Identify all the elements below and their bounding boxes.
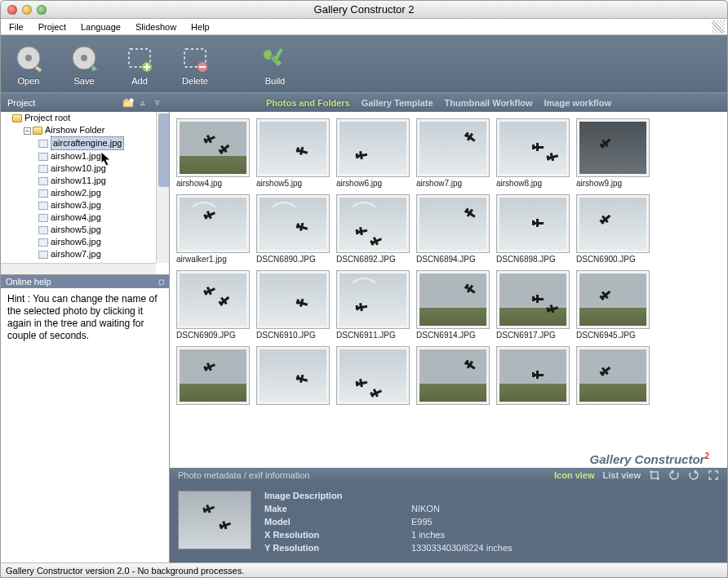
thumbnail-item[interactable]: airshow5.jpg [256, 118, 330, 188]
expand-down-icon[interactable]: ▿ [152, 98, 163, 108]
open-icon [12, 43, 45, 76]
thumbnail-item[interactable] [496, 346, 570, 407]
fullscreen-icon[interactable] [708, 469, 719, 481]
thumbnail-item[interactable] [176, 346, 250, 407]
tree-folder[interactable]: Airshow Folder [45, 125, 104, 135]
window-controls [1, 5, 47, 15]
tree-item[interactable]: airshow3.jpg [35, 199, 156, 211]
tree-item[interactable]: airshow11.jpg [35, 175, 156, 187]
close-window-button[interactable] [7, 5, 17, 15]
thumbnail-item[interactable]: DSCN6911.JPG [336, 270, 410, 340]
delete-button[interactable]: Delete [179, 43, 211, 86]
delete-icon [179, 43, 211, 76]
metadata-key: X Resolution [264, 530, 411, 541]
tree-item[interactable]: airshow4.jpg [35, 211, 156, 224]
build-button[interactable]: Build [259, 43, 291, 86]
tree-item-label: airshow2.jpg [51, 188, 101, 198]
brand-label: Gallery Constructor2 [170, 451, 727, 468]
thumbnail-item[interactable] [416, 346, 490, 407]
thumbnail-item[interactable]: airshow6.jpg [336, 118, 410, 188]
svg-point-1 [25, 55, 32, 61]
image-icon [38, 153, 48, 161]
crop-icon[interactable] [649, 469, 660, 481]
tree-item-label: airshow10.jpg [51, 163, 106, 173]
tree-item[interactable]: airshow6.jpg [35, 236, 156, 248]
save-button[interactable]: Save [68, 43, 100, 86]
image-icon [38, 238, 48, 247]
save-icon [68, 43, 100, 76]
tree-item[interactable]: airshow5.jpg [35, 224, 156, 236]
thumbnail-item[interactable]: DSCN6890.JPG [256, 194, 330, 264]
icon-view-button[interactable]: Icon view [554, 470, 595, 480]
tab-photos-folders[interactable]: Photos and Folders [266, 98, 350, 108]
menu-project[interactable]: Project [38, 22, 66, 32]
metadata-value: NIKON [411, 504, 575, 515]
thumbnail-item[interactable]: DSCN6894.JPG [416, 194, 490, 264]
tab-image-workflow[interactable]: Image workflow [544, 98, 612, 108]
tab-gallery-template[interactable]: Gallery Template [362, 98, 433, 108]
thumbnail-item[interactable] [576, 346, 650, 407]
tree-item[interactable]: airshow7.jpg [35, 248, 156, 260]
thumbnail-caption: DSCN6898.JPG [496, 255, 570, 264]
tree-item[interactable]: airshow10.jpg [35, 162, 156, 175]
menu-help[interactable]: Help [191, 22, 210, 32]
menu-slideshow[interactable]: Slideshow [135, 22, 176, 32]
help-collapse-icon[interactable]: ◻ [158, 278, 164, 286]
thumbnail-item[interactable]: DSCN6892.JPG [336, 194, 410, 264]
metadata-key: Model [264, 517, 411, 528]
tree-root[interactable]: Project root [24, 113, 70, 122]
folder-icon [33, 127, 42, 135]
undo-icon[interactable] [668, 469, 680, 481]
thumbnail-item[interactable]: DSCN6914.JPG [416, 270, 490, 340]
thumbnail-caption: airshow5.jpg [256, 179, 330, 188]
new-folder-icon[interactable] [122, 98, 134, 108]
thumbnail-item[interactable]: DSCN6898.JPG [496, 194, 570, 264]
minimize-window-button[interactable] [22, 5, 32, 15]
project-tree[interactable]: Project root −Airshow Folder aircrafteng… [1, 112, 169, 275]
tree-scrollbar-vertical[interactable] [156, 112, 169, 263]
thumbnail-item[interactable]: airwalker1.jpg [176, 194, 250, 264]
thumbnail-item[interactable]: DSCN6900.JPG [576, 194, 650, 264]
toolbar: Open Save Add Delete Build [1, 35, 727, 92]
metadata-key: Y Resolution [264, 543, 411, 554]
thumbnail-caption: DSCN6917.JPG [496, 331, 570, 340]
thumbnail-item[interactable] [336, 346, 410, 407]
redo-icon[interactable] [688, 469, 699, 481]
thumbnail-item[interactable]: airshow7.jpg [416, 118, 490, 188]
thumbnail-item[interactable]: airshow9.jpg [576, 118, 650, 188]
thumbnail-caption: DSCN6910.JPG [256, 331, 330, 340]
menu-language[interactable]: Language [81, 22, 121, 32]
collapse-up-icon[interactable]: ▵ [137, 98, 149, 108]
metadata-title: Photo metadata / exif information [178, 470, 309, 480]
tree-item-label: airshow3.jpg [51, 200, 101, 210]
metadata-header: Photo metadata / exif information Icon v… [170, 468, 727, 482]
list-view-button[interactable]: List view [603, 470, 641, 480]
metadata-value: E995 [411, 517, 575, 528]
content-area: airshow4.jpgairshow5.jpgairshow6.jpgairs… [170, 112, 727, 562]
tree-item-label: airshow11.jpg [51, 176, 106, 185]
image-icon [38, 165, 48, 173]
tree-scrollbar-horizontal[interactable] [1, 263, 156, 274]
tree-item-label: airshow6.jpg [51, 237, 101, 247]
tree-item-label: airshow7.jpg [51, 249, 101, 259]
sub-header: Project ▵ ▿ Photos and Folders Gallery T… [1, 92, 727, 112]
zoom-window-button[interactable] [37, 5, 47, 15]
tree-item[interactable]: airshow2.jpg [35, 187, 156, 199]
menu-file[interactable]: File [9, 22, 24, 32]
thumbnail-item[interactable] [256, 346, 330, 407]
tab-thumbnail-workflow[interactable]: Thumbnail Workflow [445, 98, 533, 108]
thumbnail-item[interactable]: airshow8.jpg [496, 118, 570, 188]
tree-item[interactable]: aircraftengine.jpg [35, 136, 156, 150]
thumbnail-item[interactable]: DSCN6917.JPG [496, 270, 570, 340]
tree-item[interactable]: airshow1.jpg [35, 150, 156, 162]
open-button[interactable]: Open [12, 43, 45, 86]
thumbnail-caption: DSCN6945.JPG [576, 331, 650, 340]
thumbnail-item[interactable]: airshow4.jpg [176, 118, 250, 188]
thumbnail-item[interactable]: DSCN6910.JPG [256, 270, 330, 340]
build-label: Build [265, 76, 285, 86]
twisty-icon[interactable]: − [24, 127, 31, 135]
help-header: Online help ◻ [1, 275, 169, 288]
thumbnail-item[interactable]: DSCN6909.JPG [176, 270, 250, 340]
add-button[interactable]: Add [123, 43, 156, 86]
thumbnail-item[interactable]: DSCN6945.JPG [576, 270, 650, 340]
